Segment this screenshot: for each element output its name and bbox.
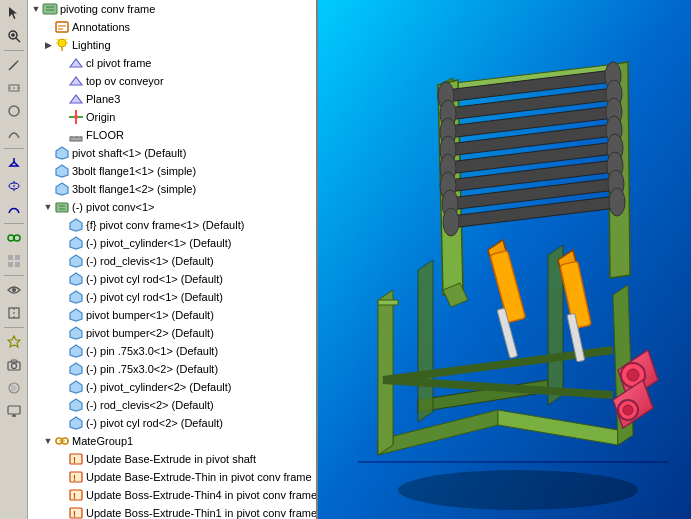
expand-10[interactable] [42,183,54,195]
label-11: (-) pivot conv<1> [72,198,155,216]
tree-item-13[interactable]: (-) pivot_cylinder<1> (Default) [28,234,316,252]
render-btn[interactable] [3,377,25,399]
icon-11 [54,199,70,215]
expand-28[interactable] [56,507,68,519]
tree-item-12[interactable]: {f} pivot conv frame<1> (Default) [28,216,316,234]
revolve-btn[interactable] [3,175,25,197]
tree-item-24[interactable]: ▼ MateGroup1 [28,432,316,450]
expand-21[interactable] [56,381,68,393]
root-expand[interactable]: ▼ [30,3,42,15]
expand-3[interactable] [56,57,68,69]
icon-19 [68,343,84,359]
root-label: pivoting conv frame [60,0,155,18]
expand-16[interactable] [56,291,68,303]
expand-17[interactable] [56,309,68,321]
tree-root[interactable]: ▼ pivoting conv frame [28,0,316,18]
svg-rect-54 [56,203,68,212]
sketch-btn[interactable] [3,54,25,76]
tree-item-16[interactable]: (-) pivot cyl rod<1> (Default) [28,288,316,306]
camera-btn[interactable] [3,354,25,376]
tree-item-11[interactable]: ▼ (-) pivot conv<1> [28,198,316,216]
left-toolbar [0,0,28,519]
select-tool-btn[interactable] [3,2,25,24]
expand-4[interactable] [56,75,68,87]
label-3: cl pivot frame [86,54,151,72]
expand-24[interactable]: ▼ [42,435,54,447]
expand-19[interactable] [56,345,68,357]
tree-item-17[interactable]: pivot bumper<1> (Default) [28,306,316,324]
tree-item-18[interactable]: pivot bumper<2> (Default) [28,324,316,342]
tree-item-22[interactable]: (-) rod_clevis<2> (Default) [28,396,316,414]
tree-item-9[interactable]: 3bolt flange1<1> (simple) [28,162,316,180]
svg-rect-76 [70,490,82,500]
expand-1[interactable] [42,21,54,33]
tree-item-21[interactable]: (-) pivot_cylinder<2> (Default) [28,378,316,396]
expand-5[interactable] [56,93,68,105]
expand-2[interactable]: ▶ [42,39,54,51]
smart-btn[interactable] [3,331,25,353]
tree-item-3[interactable]: cl pivot frame [28,54,316,72]
display-btn[interactable] [3,400,25,422]
line-btn[interactable] [3,77,25,99]
svg-rect-28 [8,406,20,414]
arc-btn[interactable] [3,123,25,145]
label-9: 3bolt flange1<1> (simple) [72,162,196,180]
expand-8[interactable] [42,147,54,159]
expand-25[interactable] [56,453,68,465]
zoom-btn[interactable] [3,25,25,47]
label-17: pivot bumper<1> (Default) [86,306,214,324]
label-8: pivot shaft<1> (Default) [72,144,186,162]
tree-item-15[interactable]: (-) pivot cyl rod<1> (Default) [28,270,316,288]
tree-item-4[interactable]: top ov conveyor [28,72,316,90]
expand-6[interactable] [56,111,68,123]
label-18: pivot bumper<2> (Default) [86,324,214,342]
viewport[interactable] [318,0,691,519]
tree-item-1[interactable]: Annotations [28,18,316,36]
mate-btn[interactable] [3,227,25,249]
expand-26[interactable] [56,471,68,483]
expand-20[interactable] [56,363,68,375]
label-25: Update Base-Extrude in pivot shaft [86,450,256,468]
tree-item-27[interactable]: ! Update Boss-Extrude-Thin4 in pivot con… [28,486,316,504]
expand-9[interactable] [42,165,54,177]
expand-15[interactable] [56,273,68,285]
tree-item-6[interactable]: Origin [28,108,316,126]
label-28: Update Boss-Extrude-Thin1 in pivot conv … [86,504,317,519]
label-16: (-) pivot cyl rod<1> (Default) [86,288,223,306]
label-20: (-) pin .75x3.0<2> (Default) [86,360,218,378]
expand-12[interactable] [56,219,68,231]
sweep-btn[interactable] [3,198,25,220]
circle-btn[interactable] [3,100,25,122]
tree-item-28[interactable]: ! Update Boss-Extrude-Thin1 in pivot con… [28,504,316,519]
tree-item-7[interactable]: FLOOR [28,126,316,144]
tree-item-19[interactable]: (-) pin .75x3.0<1> (Default) [28,342,316,360]
section-view-btn[interactable] [3,302,25,324]
expand-27[interactable] [56,489,68,501]
icon-12 [68,217,84,233]
icon-9 [54,163,70,179]
extrude-btn[interactable] [3,152,25,174]
tree-item-20[interactable]: (-) pin .75x3.0<2> (Default) [28,360,316,378]
tree-item-23[interactable]: (-) pivot cyl rod<2> (Default) [28,414,316,432]
svg-marker-67 [70,399,82,411]
svg-marker-64 [70,345,82,357]
icon-7 [68,127,84,143]
pattern-btn[interactable] [3,250,25,272]
tree-item-2[interactable]: ▶ Lighting [28,36,316,54]
expand-13[interactable] [56,237,68,249]
expand-18[interactable] [56,327,68,339]
toolbar-sep-1 [4,50,24,51]
expand-14[interactable] [56,255,68,267]
expand-22[interactable] [56,399,68,411]
expand-11[interactable]: ▼ [42,201,54,213]
tree-item-25[interactable]: ! Update Base-Extrude in pivot shaft [28,450,316,468]
hide-btn[interactable] [3,279,25,301]
tree-item-14[interactable]: (-) rod_clevis<1> (Default) [28,252,316,270]
expand-7[interactable] [56,129,68,141]
toolbar-sep-5 [4,327,24,328]
tree-item-5[interactable]: Plane3 [28,90,316,108]
tree-item-8[interactable]: pivot shaft<1> (Default) [28,144,316,162]
tree-item-10[interactable]: 3bolt flange1<2> (simple) [28,180,316,198]
tree-item-26[interactable]: ! Update Base-Extrude-Thin in pivot conv… [28,468,316,486]
expand-23[interactable] [56,417,68,429]
